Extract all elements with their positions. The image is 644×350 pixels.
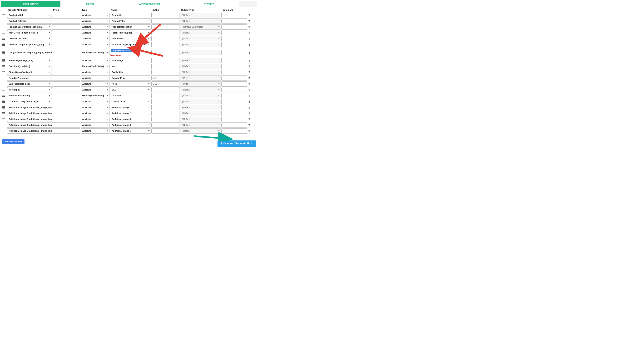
value-select[interactable]: Additional Image 3	[110, 117, 151, 122]
drag-handle-icon[interactable]	[2, 117, 6, 121]
value-select[interactable]: Product Title	[110, 19, 151, 24]
prefix-input[interactable]	[52, 50, 80, 55]
suffix-input[interactable]	[152, 42, 180, 47]
output-type-select[interactable]: Default	[180, 13, 221, 18]
delete-row-icon[interactable]	[248, 19, 251, 23]
type-select[interactable]: Attribute	[81, 13, 110, 18]
prefix-input[interactable]	[52, 36, 80, 41]
google-attribute-select[interactable]: Product URL[link]	[7, 36, 52, 41]
delete-row-icon[interactable]	[248, 43, 251, 46]
prefix-input[interactable]	[52, 42, 80, 47]
google-attribute-select[interactable]: MPN[mpn]	[7, 87, 52, 92]
command-input[interactable]	[222, 81, 247, 87]
delete-row-icon[interactable]	[248, 112, 251, 115]
command-input[interactable]	[222, 93, 247, 98]
add-attribute-button[interactable]: Add New Attribute	[2, 139, 24, 144]
output-type-select[interactable]: Default	[180, 117, 221, 122]
suffix-input[interactable]	[152, 24, 180, 30]
prefix-input[interactable]	[52, 93, 80, 98]
google-attribute-select[interactable]: Stock Status[availability]	[7, 70, 52, 75]
delete-row-icon[interactable]	[248, 100, 251, 103]
suffix-input[interactable]	[152, 58, 180, 63]
prefix-input[interactable]	[52, 128, 80, 133]
value-select[interactable]: SKU	[110, 87, 151, 92]
prefix-input[interactable]	[52, 117, 80, 122]
output-type-select[interactable]: Default	[180, 99, 221, 104]
drag-handle-icon[interactable]	[2, 14, 6, 17]
type-select[interactable]: Attribute	[81, 87, 110, 92]
drag-handle-icon[interactable]	[2, 37, 6, 40]
google-attribute-select[interactable]: Additional Image 3 [additional_image_lin…	[7, 117, 52, 122]
output-type-select[interactable]: Default	[180, 111, 221, 116]
value-select[interactable]: Additional Image 2	[110, 111, 151, 116]
delete-row-icon[interactable]	[248, 71, 251, 74]
output-type-select[interactable]: Default	[180, 105, 221, 110]
suffix-input[interactable]	[152, 93, 180, 98]
google-attribute-select[interactable]: Product Title[title]	[7, 19, 52, 24]
type-select[interactable]: Attribute	[81, 30, 110, 35]
value-select[interactable]: Additional Image 4	[110, 122, 151, 128]
prefix-input[interactable]	[52, 105, 80, 110]
command-input[interactable]	[222, 30, 247, 35]
generate-feed-button[interactable]: Update and Generate Feed	[218, 140, 256, 147]
type-select[interactable]: Attribute	[81, 76, 110, 81]
suffix-input[interactable]	[152, 19, 180, 24]
drag-handle-icon[interactable]	[2, 100, 6, 103]
prefix-input[interactable]	[52, 24, 80, 30]
command-input[interactable]	[222, 122, 247, 128]
value-select[interactable]: Product Description	[110, 24, 151, 30]
prefix-input[interactable]	[52, 122, 80, 128]
tab-advanced-filter[interactable]: ADVANCED FILTER	[120, 1, 179, 7]
google-attribute-select[interactable]: Additional Image 1 [additional_image_lin…	[7, 105, 52, 110]
type-select[interactable]: Attribute	[81, 99, 110, 104]
drag-handle-icon[interactable]	[2, 65, 6, 68]
prefix-input[interactable]	[52, 111, 80, 116]
type-select[interactable]: Attribute	[81, 36, 110, 41]
type-select[interactable]: Attribute	[81, 111, 110, 116]
type-select[interactable]: Attribute	[81, 58, 110, 63]
output-type-select[interactable]: Default	[180, 64, 221, 69]
prefix-input[interactable]	[52, 30, 80, 35]
command-input[interactable]	[222, 58, 247, 63]
output-type-select[interactable]: Default	[180, 30, 221, 35]
type-select[interactable]: Attribute	[81, 42, 110, 47]
value-token-select[interactable]: Apparel & Accessories	[110, 48, 151, 53]
drag-handle-icon[interactable]	[2, 76, 6, 80]
google-attribute-select[interactable]: Additional Image 2 [additional_image_lin…	[7, 111, 52, 116]
learn-more-link[interactable]: Learn More..	[110, 53, 151, 57]
delete-row-icon[interactable]	[248, 129, 251, 133]
value-input[interactable]: My Brand	[110, 93, 151, 98]
command-input[interactable]	[222, 105, 247, 110]
drag-handle-icon[interactable]	[2, 71, 6, 74]
suffix-input[interactable]	[152, 30, 180, 35]
delete-row-icon[interactable]	[248, 37, 251, 40]
suffix-input[interactable]	[152, 64, 180, 69]
value-select[interactable]: Additional Image 1	[110, 105, 151, 110]
drag-handle-icon[interactable]	[2, 88, 6, 92]
prefix-input[interactable]	[52, 64, 80, 69]
suffix-input[interactable]	[152, 117, 180, 122]
drag-handle-icon[interactable]	[2, 112, 6, 115]
prefix-input[interactable]	[52, 87, 80, 92]
command-input[interactable]	[222, 117, 247, 122]
type-select[interactable]: Attribute	[81, 128, 110, 133]
google-attribute-select[interactable]: Product Description[description]	[7, 24, 52, 30]
suffix-input[interactable]	[152, 128, 180, 133]
output-type-select[interactable]: Default	[180, 58, 221, 63]
delete-row-icon[interactable]	[248, 31, 251, 35]
suffix-input[interactable]	[152, 70, 180, 75]
drag-handle-icon[interactable]	[2, 82, 6, 86]
type-select[interactable]: Pattern (Static Value)	[81, 50, 110, 55]
prefix-input[interactable]	[52, 19, 80, 24]
command-input[interactable]	[222, 87, 247, 92]
suffix-input[interactable]	[152, 99, 180, 104]
google-attribute-select[interactable]: Sale Price[sale_price]	[7, 81, 52, 87]
type-select[interactable]: Attribute	[81, 81, 110, 87]
google-attribute-select[interactable]: Regular Price[price]	[7, 76, 52, 81]
suffix-input[interactable]	[152, 105, 180, 110]
drag-handle-icon[interactable]	[2, 19, 6, 23]
prefix-input[interactable]	[52, 99, 80, 104]
delete-row-icon[interactable]	[248, 106, 251, 109]
output-type-select[interactable]: Default	[180, 70, 221, 75]
type-select[interactable]: Attribute	[81, 70, 110, 75]
